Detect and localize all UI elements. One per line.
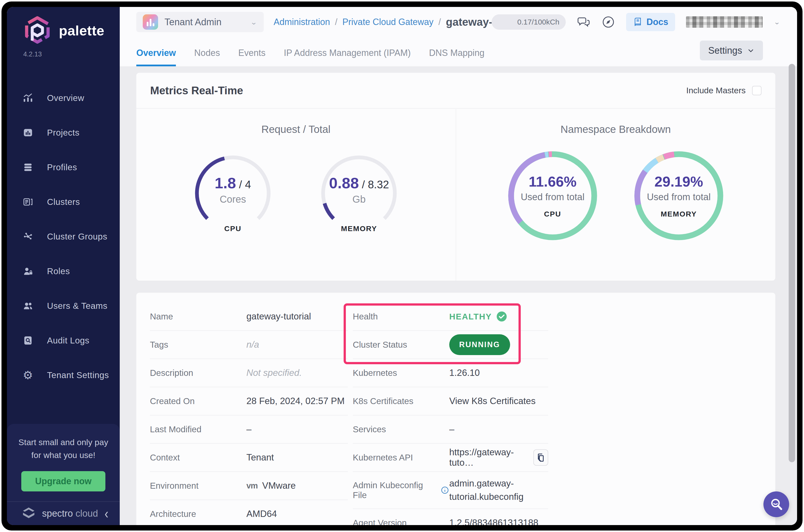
metrics-card: Metrics Real-Time Include Masters Reques… bbox=[136, 73, 775, 281]
copy-icon bbox=[536, 453, 546, 462]
sidebar-item-clusters[interactable]: Clusters bbox=[7, 185, 120, 219]
detail-row-last-modified: Last Modified– bbox=[150, 415, 348, 444]
promo-text-line1: Start small and only pay bbox=[14, 436, 112, 449]
memory-donut-label: MEMORY bbox=[661, 210, 697, 218]
search-icon bbox=[769, 497, 783, 511]
sidebar-item-overview[interactable]: Overview bbox=[7, 81, 120, 115]
last-modified-value: – bbox=[246, 424, 252, 435]
sidebar-item-profiles[interactable]: Profiles bbox=[7, 150, 120, 185]
detail-row-kubernetes-api: Kubernetes API https://gateway-tuto… bbox=[353, 444, 548, 472]
detail-row-health: Health HEALTHY bbox=[353, 303, 548, 331]
memory-gauge: 0.88 / 8.32 Gb MEMORY bbox=[319, 154, 399, 233]
cpu-donut-label: CPU bbox=[544, 210, 561, 218]
layers-icon bbox=[22, 161, 34, 173]
sidebar-item-label: Projects bbox=[47, 128, 79, 137]
audit-logs-icon bbox=[22, 334, 34, 347]
request-total-title: Request / Total bbox=[136, 124, 456, 135]
sidebar-item-label: Tenant Settings bbox=[47, 370, 109, 380]
view-k8s-certificates-link[interactable]: View K8s Certificates bbox=[449, 396, 536, 406]
gear-icon: ⚙ bbox=[22, 369, 34, 381]
detail-row-description: DescriptionNot specified. bbox=[150, 359, 348, 387]
settings-button[interactable]: Settings bbox=[700, 41, 763, 60]
environment-value: vmVMware bbox=[246, 480, 295, 491]
projects-icon bbox=[22, 127, 34, 139]
scope-selector[interactable]: Tenant Admin ⌄ bbox=[136, 12, 264, 32]
sidebar-item-label: Clusters bbox=[47, 197, 80, 207]
page-content: Metrics Real-Time Include Masters Reques… bbox=[120, 66, 797, 525]
sidebar-item-projects[interactable]: Projects bbox=[7, 115, 120, 150]
details-left-column: Namegateway-tutorial Tagsn/a Description… bbox=[150, 303, 348, 525]
tab-ipam[interactable]: IP Address Management (IPAM) bbox=[284, 48, 411, 66]
detail-row-k8s-certificates: K8s CertificatesView K8s Certificates bbox=[353, 387, 548, 415]
memory-used-percent: 29.19% bbox=[654, 173, 703, 190]
user-menu-chevron-icon[interactable]: ⌄ bbox=[773, 18, 780, 26]
details-right-column: Health HEALTHY Cluster Status RUNNING Ku… bbox=[353, 303, 548, 525]
breadcrumb-administration[interactable]: Administration bbox=[274, 17, 330, 27]
detail-row-kubernetes: Kubernetes1.26.10 bbox=[353, 359, 548, 387]
breadcrumb-separator: / bbox=[438, 17, 441, 27]
brand-name: palette bbox=[59, 22, 104, 39]
book-icon bbox=[633, 17, 643, 27]
sidebar-item-label: Audit Logs bbox=[47, 336, 89, 345]
upgrade-promo: Start small and only pay for what you us… bbox=[7, 424, 120, 501]
namespace-breakdown-panel: Namespace Breakdown 11.66% Used from tot… bbox=[456, 109, 776, 281]
palette-logo-icon bbox=[23, 15, 52, 45]
agent-version-value: 1.2.5/8834861313188 bbox=[449, 518, 538, 525]
info-icon bbox=[441, 486, 449, 495]
health-status-badge: HEALTHY bbox=[449, 311, 507, 322]
chevron-down-icon: ⌄ bbox=[250, 18, 257, 26]
tab-nodes[interactable]: Nodes bbox=[194, 48, 220, 66]
sidebar-item-cluster-groups[interactable]: Cluster Groups bbox=[7, 219, 120, 254]
sidebar-item-users-teams[interactable]: Users & Teams bbox=[7, 288, 120, 323]
memory-unit: Gb bbox=[352, 194, 366, 205]
sidebar-nav: Overview Projects Profiles Clusters bbox=[7, 81, 120, 393]
sidebar-item-roles[interactable]: Roles bbox=[7, 254, 120, 288]
docs-button[interactable]: Docs bbox=[626, 13, 675, 31]
sidebar-item-label: Users & Teams bbox=[47, 301, 107, 311]
cluster-name-value: gateway-tutorial bbox=[246, 311, 311, 322]
check-circle-icon bbox=[496, 311, 507, 322]
metrics-card-title: Metrics Real-Time bbox=[150, 84, 243, 97]
breadcrumb-private-cloud-gateway[interactable]: Private Cloud Gateway bbox=[342, 17, 434, 27]
sidebar-item-audit-logs[interactable]: Audit Logs bbox=[7, 323, 120, 358]
main-area: Tenant Admin ⌄ Administration / Private … bbox=[120, 7, 797, 525]
detail-row-environment: EnvironmentvmVMware bbox=[150, 472, 348, 500]
clusters-icon bbox=[22, 196, 34, 208]
sidebar-item-tenant-settings[interactable]: ⚙ Tenant Settings bbox=[7, 358, 120, 393]
tab-dns-mapping[interactable]: DNS Mapping bbox=[429, 48, 484, 66]
detail-row-architecture: ArchitectureAMD64 bbox=[150, 500, 348, 525]
sidebar-item-label: Cluster Groups bbox=[47, 232, 107, 242]
architecture-value: AMD64 bbox=[246, 509, 277, 519]
tab-events[interactable]: Events bbox=[238, 48, 265, 66]
cpu-gauge: 1.8 / 4 Cores CPU bbox=[193, 154, 272, 233]
namespace-breakdown-title: Namespace Breakdown bbox=[456, 124, 776, 135]
detail-row-cluster-status: Cluster Status RUNNING bbox=[353, 331, 548, 359]
detail-row-context: ContextTenant bbox=[150, 444, 348, 472]
memory-total-value: 8.32 bbox=[368, 178, 389, 191]
include-masters-checkbox[interactable] bbox=[752, 86, 762, 95]
cpu-gauge-label: CPU bbox=[193, 224, 272, 233]
detail-row-services: Services– bbox=[353, 415, 548, 444]
usage-credit-pill: 0.17/100kCh bbox=[492, 14, 566, 30]
search-fab-button[interactable] bbox=[763, 491, 789, 517]
tab-overview[interactable]: Overview bbox=[136, 48, 176, 66]
breadcrumb-separator: / bbox=[335, 17, 338, 27]
chat-icon[interactable] bbox=[577, 15, 591, 29]
include-masters-label: Include Masters bbox=[686, 86, 746, 95]
sidebar-item-label: Profiles bbox=[47, 162, 77, 172]
admin-kubeconfig-link[interactable]: admin.gateway-tutorial.kubeconfig bbox=[449, 477, 541, 503]
running-status-badge: RUNNING bbox=[449, 334, 510, 355]
vertical-scrollbar-thumb[interactable] bbox=[789, 64, 795, 462]
detail-row-tags: Tagsn/a bbox=[150, 331, 348, 359]
detail-row-admin-kubeconfig: Admin Kubeconfig File admin.gateway-tuto… bbox=[353, 472, 548, 509]
copy-api-url-button[interactable] bbox=[533, 449, 548, 466]
users-icon bbox=[22, 300, 34, 312]
tags-value: n/a bbox=[246, 340, 259, 350]
detail-row-name: Namegateway-tutorial bbox=[150, 303, 348, 331]
sidebar-collapse-icon[interactable]: ‹ bbox=[104, 506, 108, 520]
tenant-scope-icon bbox=[143, 14, 158, 30]
sidebar-item-label: Roles bbox=[47, 266, 70, 276]
cpu-unit: Cores bbox=[220, 194, 246, 205]
compass-icon[interactable] bbox=[601, 15, 615, 29]
upgrade-now-button[interactable]: Upgrade now bbox=[21, 471, 106, 491]
